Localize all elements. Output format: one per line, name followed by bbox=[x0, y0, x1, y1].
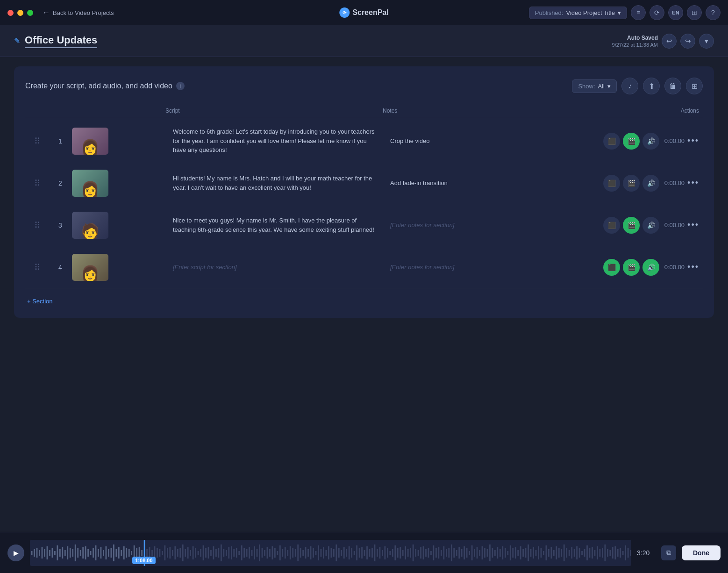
svg-rect-16 bbox=[72, 549, 73, 557]
notes-cell[interactable]: Crop the video bbox=[383, 137, 600, 144]
svg-rect-45 bbox=[146, 549, 148, 557]
clip-icon-btn[interactable]: ⬛ bbox=[603, 133, 620, 150]
svg-rect-216 bbox=[584, 549, 585, 557]
svg-rect-116 bbox=[328, 546, 329, 559]
svg-rect-111 bbox=[315, 551, 317, 555]
layers-icon-btn[interactable]: ⊞ bbox=[687, 5, 702, 20]
notes-cell[interactable]: Add fade-in transition bbox=[383, 179, 600, 186]
video-add-icon-btn[interactable]: 🎬 bbox=[623, 175, 640, 192]
notes-cell[interactable]: [Enter notes for section] bbox=[383, 222, 600, 229]
chevron-down-icon: ▾ bbox=[618, 9, 621, 16]
svg-rect-206 bbox=[558, 548, 560, 558]
more-options-icon[interactable]: ••• bbox=[687, 178, 699, 188]
svg-rect-31 bbox=[111, 548, 112, 558]
audio-icon-btn[interactable]: 🔊 bbox=[642, 133, 659, 150]
content-card: Create your script, add audio, and add v… bbox=[14, 66, 714, 318]
svg-rect-122 bbox=[343, 547, 345, 559]
more-options-button[interactable]: ▾ bbox=[699, 34, 714, 49]
svg-rect-164 bbox=[451, 544, 452, 561]
more-options-icon[interactable]: ••• bbox=[687, 262, 699, 272]
svg-rect-60 bbox=[185, 549, 186, 557]
svg-rect-200 bbox=[543, 551, 544, 555]
svg-rect-118 bbox=[333, 549, 335, 557]
svg-rect-138 bbox=[385, 546, 386, 559]
show-dropdown[interactable]: Show: All ▾ bbox=[572, 79, 617, 93]
script-cell[interactable]: Welcome to 6th grade! Let's start today … bbox=[165, 127, 383, 155]
clip-icon-btn[interactable]: ⬛ bbox=[603, 175, 620, 192]
svg-rect-197 bbox=[535, 550, 537, 556]
clip-icon-btn[interactable]: ⬛ bbox=[603, 217, 620, 234]
project-title[interactable]: Office Updates bbox=[25, 34, 97, 46]
more-options-icon[interactable]: ••• bbox=[687, 136, 699, 146]
video-add-icon-btn[interactable]: 🎬 bbox=[623, 217, 640, 234]
play-button[interactable]: ▶ bbox=[7, 544, 24, 561]
audio-icon-btn[interactable]: 🔊 bbox=[642, 175, 659, 192]
close-traffic-light[interactable] bbox=[7, 10, 14, 16]
music-icon-btn[interactable]: ♪ bbox=[621, 78, 638, 94]
project-title-area: ✎ Office Updates bbox=[14, 34, 97, 48]
settings-icon-btn[interactable]: ≡ bbox=[631, 5, 646, 20]
svg-rect-137 bbox=[382, 550, 383, 556]
video-thumbnail[interactable]: 🧑 bbox=[72, 212, 108, 239]
svg-rect-72 bbox=[215, 549, 217, 557]
svg-rect-90 bbox=[262, 548, 263, 558]
svg-rect-172 bbox=[471, 545, 473, 560]
script-cell[interactable]: [Enter script for section] bbox=[165, 263, 383, 272]
info-icon[interactable]: i bbox=[176, 82, 185, 90]
minimize-traffic-light[interactable] bbox=[17, 10, 23, 16]
svg-rect-154 bbox=[425, 549, 427, 557]
audio-icon-btn[interactable]: 🔊 bbox=[642, 259, 659, 276]
redo-button[interactable]: ↪ bbox=[680, 34, 695, 49]
video-thumbnail[interactable]: 👩 bbox=[72, 128, 108, 155]
delete-icon-btn[interactable]: 🗑 bbox=[664, 78, 681, 94]
video-add-icon-btn[interactable]: 🎬 bbox=[623, 133, 640, 150]
svg-rect-73 bbox=[218, 548, 220, 558]
add-section-label: + Section bbox=[27, 298, 53, 305]
drag-handle-icon[interactable]: ⠿ bbox=[25, 178, 49, 188]
svg-rect-208 bbox=[564, 544, 565, 561]
svg-rect-56 bbox=[174, 546, 176, 559]
svg-rect-179 bbox=[489, 544, 491, 561]
svg-rect-91 bbox=[264, 550, 265, 556]
drag-handle-icon[interactable]: ⠿ bbox=[25, 220, 49, 230]
svg-rect-127 bbox=[356, 545, 357, 560]
video-thumbnail[interactable]: 👩 bbox=[72, 254, 108, 281]
drag-handle-icon[interactable]: ⠿ bbox=[25, 136, 49, 146]
back-button[interactable]: ← Back to Video Projects bbox=[43, 8, 114, 17]
svg-rect-185 bbox=[505, 548, 506, 558]
video-thumbnail[interactable]: 👩 bbox=[72, 170, 108, 197]
clip-icon-btn[interactable]: ⬛ bbox=[603, 259, 620, 276]
svg-rect-146 bbox=[405, 546, 406, 559]
edit-title-icon[interactable]: ✎ bbox=[14, 36, 20, 45]
fullscreen-traffic-light[interactable] bbox=[27, 10, 33, 16]
video-add-icon-btn[interactable]: 🎬 bbox=[623, 259, 640, 276]
waveform-container[interactable]: 1:08.00 bbox=[30, 540, 631, 566]
grid-view-icon-btn[interactable]: ⊞ bbox=[686, 78, 703, 94]
svg-rect-107 bbox=[305, 547, 307, 559]
svg-rect-68 bbox=[205, 548, 207, 558]
drag-handle-icon[interactable]: ⠿ bbox=[25, 262, 49, 272]
done-button[interactable]: Done bbox=[682, 545, 721, 560]
svg-rect-169 bbox=[464, 546, 465, 559]
language-button[interactable]: EN bbox=[668, 5, 683, 20]
help-icon-btn[interactable]: ? bbox=[706, 5, 721, 20]
svg-rect-75 bbox=[223, 549, 224, 557]
publish-button[interactable]: Published: Video Project Title ▾ bbox=[529, 7, 627, 19]
more-options-icon[interactable]: ••• bbox=[687, 220, 699, 230]
import-icon-btn[interactable]: ⬆ bbox=[643, 78, 660, 94]
svg-rect-19 bbox=[80, 550, 81, 556]
undo-button[interactable]: ↩ bbox=[662, 34, 677, 49]
timeline-settings-icon[interactable]: ⧉ bbox=[661, 545, 676, 560]
notes-placeholder: [Enter notes for section] bbox=[390, 264, 454, 271]
notes-cell[interactable]: [Enter notes for section] bbox=[383, 264, 600, 271]
audio-icon-btn[interactable]: 🔊 bbox=[642, 217, 659, 234]
script-cell[interactable]: Hi students! My name is Mrs. Hatch and I… bbox=[165, 174, 383, 192]
script-cell[interactable]: Nice to meet you guys! My name is Mr. Sm… bbox=[165, 216, 383, 234]
svg-rect-215 bbox=[581, 551, 583, 555]
svg-rect-161 bbox=[443, 546, 444, 559]
svg-rect-26 bbox=[98, 549, 99, 557]
time-display: 0:00.00 bbox=[662, 179, 685, 186]
svg-rect-210 bbox=[569, 550, 570, 556]
history-icon-btn[interactable]: ⟳ bbox=[649, 5, 664, 20]
add-section-button[interactable]: + Section bbox=[25, 296, 703, 307]
